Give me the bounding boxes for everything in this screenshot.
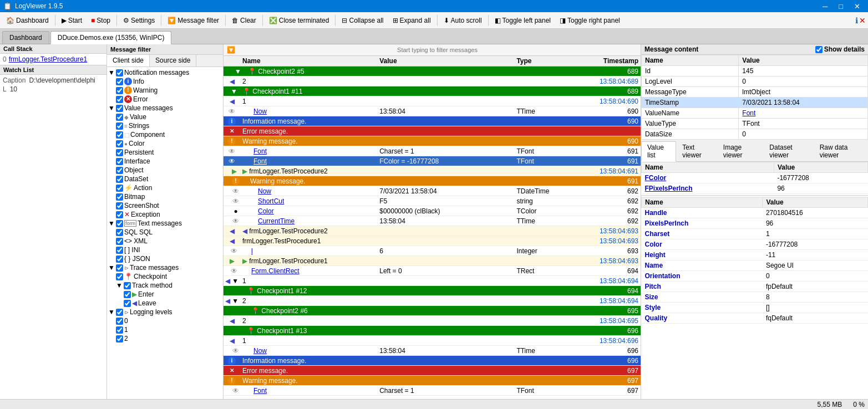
checkbox-value-messages[interactable] <box>116 105 123 112</box>
log-row-ts2-c[interactable]: ◀ 2 13:58:04:695 <box>224 316 641 326</box>
tab-value-list[interactable]: Value list <box>641 141 676 162</box>
close-terminated-button[interactable]: ❎ Close terminated <box>265 14 333 27</box>
filter-item-notification[interactable]: ▼ Notification messages <box>108 68 222 77</box>
settings-button[interactable]: ⚙ Settings <box>119 14 159 27</box>
filter-item-object[interactable]: Object <box>116 166 222 175</box>
log-row-l-693[interactable]: 👁 l 6 Integer 693 <box>224 246 641 256</box>
log-row-err-msg-697[interactable]: ✕ Error message. 697 <box>224 366 641 376</box>
log-row-font-charset-691[interactable]: 👁 Font Charset = 1 TFont 691 <box>224 146 641 156</box>
log-row-info-msg-696[interactable]: i Information message. 696 <box>224 356 641 366</box>
expand-all-button[interactable]: ⊞ Expand all <box>389 14 435 27</box>
toggle-right-button[interactable]: ◨ Toggle right panel <box>556 14 624 27</box>
log-row-shortcut[interactable]: 👁 ShortCut F5 string 692 <box>224 196 641 206</box>
filter-item-value[interactable]: ◆ Value <box>116 113 222 121</box>
log-row-warn-msg-690[interactable]: ! Warning message. 690 <box>224 136 641 146</box>
checkbox-warning[interactable] <box>116 87 123 94</box>
auto-scroll-button[interactable]: ⬇ Auto scroll <box>440 14 486 27</box>
filter-item-leave[interactable]: ◀ Leave <box>124 299 222 308</box>
log-row-group-tp1-end[interactable]: ◀ frmLogger.TestProcedure1 13:58:04:693 <box>224 236 641 246</box>
show-details-checkbox[interactable] <box>815 46 823 53</box>
log-row-color-692[interactable]: ● Color $00000000 (clBlack) TColor 692 <box>224 206 641 216</box>
checkbox-error[interactable] <box>116 96 123 103</box>
filter-item-exception[interactable]: ✕ Exception <box>116 210 222 219</box>
checkbox-trace-messages[interactable] <box>116 264 123 272</box>
tab-dduce[interactable]: DDuce.Demos.exe (15356, WinIPC) <box>50 31 172 44</box>
filter-item-persistent[interactable]: Persistent <box>116 148 222 157</box>
start-button[interactable]: ▶ Start <box>58 14 86 27</box>
filter-item-info[interactable]: i Info <box>116 77 222 86</box>
clear-button[interactable]: 🗑 Clear <box>228 14 260 27</box>
filter-item-warning[interactable]: ! Warning <box>116 86 222 95</box>
filter-item-color[interactable]: ● Color <box>116 139 222 148</box>
filter-item-text-messages[interactable]: ▼ form Text messages <box>108 219 222 228</box>
filter-item-track-method[interactable]: ▼ Track method <box>116 281 222 290</box>
log-row-warn-msg-691[interactable]: ! Warning message. 691 <box>224 176 641 186</box>
tab-image-viewer[interactable]: Image viewer <box>717 141 763 161</box>
filter-item-trace-messages[interactable]: ▼ ⊳ Trace messages <box>108 263 222 272</box>
filter-item-action[interactable]: ⚡ Action <box>116 183 222 192</box>
checkbox-info[interactable] <box>116 78 123 85</box>
log-row-checkpoint6[interactable]: 📍 Checkpoint2 #6 695 <box>224 306 641 316</box>
tab-dashboard[interactable]: Dashboard <box>2 31 49 44</box>
log-row-ts1[interactable]: ◀ 1 13:58:04:690 <box>224 96 641 106</box>
log-row-now-692[interactable]: 👁 Now 7/03/2021 13:58:04 TDateTime 692 <box>224 186 641 196</box>
close-button[interactable]: ✕ <box>850 0 865 12</box>
log-row-ts1-c[interactable]: ◀ 1 13:58:04:696 <box>224 336 641 346</box>
log-row-ts2-b[interactable]: ◀ ▼ 2 13:58:04:694 <box>224 296 641 306</box>
tab-raw-data-viewer[interactable]: Raw data viewer <box>814 141 868 161</box>
filter-item-dataset[interactable]: DataSet <box>116 175 222 183</box>
log-row-clientrect[interactable]: 👁 Form.ClientRect Left = 0 TRect 694 <box>224 266 641 276</box>
tab-text-viewer[interactable]: Text viewer <box>676 141 717 161</box>
filter-item-level1[interactable]: 1 <box>116 325 222 334</box>
log-row-info-msg-690[interactable]: i Information message. 690 <box>224 116 641 126</box>
log-row-now-690[interactable]: 👁 Now 13:58:04 TTime 690 <box>224 106 641 116</box>
filter-item-level0[interactable]: 0 <box>116 316 222 325</box>
log-filter-input[interactable] <box>237 47 637 53</box>
filter-item-sql[interactable]: SQL SQL <box>116 228 222 237</box>
filter-item-checkpoint[interactable]: 📍 Checkpoint <box>116 272 222 281</box>
filter-item-level2[interactable]: 2 <box>116 334 222 343</box>
log-row-warn-msg-697[interactable]: ! Warning message. 697 <box>224 376 641 386</box>
log-row-checkpoint12[interactable]: 📍 Checkpoint1 #12 694 <box>224 286 641 296</box>
log-row-group-tp1-b[interactable]: ▶ ▶ frmLogger.TestProcedure1 13:58:04:69… <box>224 256 641 266</box>
maximize-button[interactable]: □ <box>834 0 847 12</box>
log-row-ts-2[interactable]: ◀ 2 13:58:04:689 <box>224 76 641 86</box>
filter-tab-client[interactable]: Client side <box>107 55 150 67</box>
log-row-ts1-b[interactable]: ◀ ▼ 1 13:58:04:694 <box>224 276 641 286</box>
filter-item-value-messages[interactable]: ▼ Value messages <box>108 104 222 113</box>
log-row-group-tp2[interactable]: ▶ ▶ frmLogger.TestProcedure2 13:58:04:69… <box>224 166 641 176</box>
filter-item-logging-levels[interactable]: ▼ ⊳ Logging levels <box>108 308 222 316</box>
filter-item-enter[interactable]: ▶ Enter <box>124 290 222 299</box>
log-row-checkpoint13[interactable]: 📍 Checkpoint1 #13 696 <box>224 326 641 336</box>
log-row-checkpoint5[interactable]: ▼ 📍 Checkpoint2 #5 689 <box>224 67 641 76</box>
dashboard-button[interactable]: 🏠 Dashboard <box>2 14 53 27</box>
log-row-now-696[interactable]: 👁 Now 13:58:04 TTime 696 <box>224 346 641 356</box>
log-row-font-fcolor-691[interactable]: 👁 Font FColor = -16777208 TFont 691 <box>224 156 641 166</box>
filter-item-component[interactable]: ⬚ Component <box>116 130 222 139</box>
checkbox-notification[interactable] <box>116 69 123 76</box>
filter-tab-source[interactable]: Source side <box>150 55 196 67</box>
log-row-err-msg-690[interactable]: ✕ Error message. <box>224 126 641 136</box>
collapse-all-button[interactable]: ⊟ Collapse all <box>338 14 387 27</box>
log-scroll[interactable]: ▼ 📍 Checkpoint2 #5 689 ◀ 2 13:58:04:689 … <box>224 67 641 409</box>
log-row-group-tp2-end[interactable]: ◀ ◀ frmLogger.TestProcedure2 13:58:04:69… <box>224 226 641 236</box>
filter-item-interface[interactable]: Interface <box>116 157 222 166</box>
minimize-button[interactable]: ─ <box>818 0 832 12</box>
filter-item-json[interactable]: { } JSON <box>116 254 222 263</box>
filter-item-ini[interactable]: [ ] INI <box>116 246 222 254</box>
filter-item-xml[interactable]: <> XML <box>116 237 222 246</box>
checkbox-logging-levels[interactable] <box>116 309 123 316</box>
filter-item-bitmap[interactable]: Bitmap <box>116 192 222 201</box>
toggle-left-button[interactable]: ◧ Toggle left panel <box>491 14 555 27</box>
filter-item-error[interactable]: ✕ Error <box>116 95 222 104</box>
filter-item-screenshot[interactable]: ScreenShot <box>116 201 222 210</box>
message-filter-button[interactable]: 🔽 Message filter <box>164 14 223 27</box>
log-row-checkpoint11[interactable]: ▼ 📍 Checkpoint1 #11 689 <box>224 86 641 96</box>
show-details-toggle[interactable]: Show details <box>815 45 865 53</box>
tab-dataset-viewer[interactable]: Dataset viewer <box>763 141 813 161</box>
log-row-currenttime[interactable]: 👁 CurrentTime 13:58:04 TTime 692 <box>224 216 641 226</box>
log-row-font-charset-697[interactable]: 👁 Font Charset = 1 TFont 697 <box>224 386 641 396</box>
stop-button[interactable]: ■ Stop <box>87 14 114 27</box>
filter-item-strings[interactable]: ≡ Strings <box>116 121 222 130</box>
call-stack-func[interactable]: frmLogger.TestProcedure1 <box>9 55 87 63</box>
